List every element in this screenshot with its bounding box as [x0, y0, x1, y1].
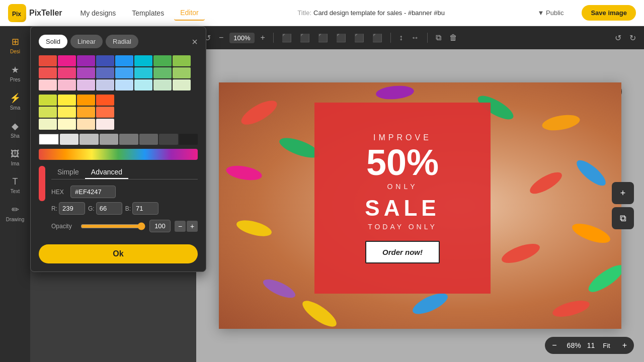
- swatch-o-mid[interactable]: [77, 107, 95, 118]
- swatch-green-light[interactable]: [153, 79, 172, 90]
- svg-point-16: [299, 297, 340, 329]
- g-input[interactable]: [96, 202, 122, 215]
- hex-input[interactable]: [70, 186, 116, 198]
- swatch-blue-light[interactable]: [115, 79, 133, 90]
- swatch-white[interactable]: [39, 134, 59, 145]
- zoom-out-button[interactable]: −: [217, 31, 225, 44]
- swatch-indigo-light[interactable]: [96, 79, 114, 90]
- swatch-blue-mid[interactable]: [115, 67, 133, 78]
- swatch-red-mid[interactable]: [39, 67, 57, 78]
- opacity-input[interactable]: [149, 220, 171, 232]
- swatch-blue[interactable]: [115, 55, 133, 66]
- ok-button[interactable]: Ok: [39, 244, 198, 263]
- swatch-warm-mid-row: [39, 107, 114, 118]
- add-page-button[interactable]: +: [612, 182, 634, 204]
- copy-button[interactable]: ⧉: [434, 31, 443, 44]
- advanced-tab[interactable]: Advanced: [85, 166, 128, 179]
- swatch-pink-mid[interactable]: [58, 67, 76, 78]
- swatch-lime-mid[interactable]: [173, 67, 191, 78]
- swatch-purple-light[interactable]: [77, 79, 95, 90]
- swatch-lime-light[interactable]: [173, 79, 191, 90]
- swatch-green[interactable]: [153, 55, 172, 66]
- radial-mode-button[interactable]: Radial: [106, 35, 138, 48]
- swatch-yg-mid[interactable]: [39, 107, 57, 118]
- swatch-row-2: [39, 67, 198, 78]
- align-middle-button[interactable]: ⬛: [352, 31, 366, 45]
- swatch-yellow-green[interactable]: [39, 95, 57, 106]
- sidebar-item-smart[interactable]: ⚡ Sma: [0, 88, 30, 115]
- swatch-gray-4[interactable]: [119, 134, 138, 145]
- editor-link[interactable]: Editor: [174, 6, 205, 21]
- templates-link[interactable]: Templates: [126, 6, 170, 20]
- redo-button[interactable]: ↻: [627, 31, 638, 45]
- align-center-button[interactable]: ⬛: [298, 31, 312, 45]
- swatch-yellow[interactable]: [58, 95, 76, 106]
- linear-mode-button[interactable]: Linear: [70, 35, 103, 48]
- swatch-pink[interactable]: [58, 55, 76, 66]
- swatch-black[interactable]: [179, 134, 198, 145]
- swatch-pink-light[interactable]: [58, 79, 76, 90]
- swatch-do-mid[interactable]: [96, 107, 114, 118]
- r-input[interactable]: [59, 202, 85, 215]
- my-designs-link[interactable]: My designs: [74, 6, 122, 20]
- sidebar-item-design[interactable]: ⊞ Desi: [0, 32, 30, 58]
- public-button[interactable]: ▼ Public: [538, 9, 564, 17]
- solid-mode-button[interactable]: Solid: [39, 35, 67, 48]
- copy-page-button[interactable]: ⧉: [612, 207, 634, 229]
- align-top-button[interactable]: ⬛: [334, 31, 348, 45]
- order-now-button[interactable]: Order now!: [365, 241, 440, 263]
- swatch-cyan-light[interactable]: [134, 79, 152, 90]
- swatch-deeporange[interactable]: [96, 95, 114, 106]
- swatch-green-mid[interactable]: [153, 67, 172, 78]
- sidebar-item-shape[interactable]: ◆ Sha: [0, 117, 30, 143]
- swatch-gray-2[interactable]: [79, 134, 99, 145]
- sidebar-item-text[interactable]: T Text: [0, 172, 30, 198]
- sidebar-item-drawing[interactable]: ✏ Drawing: [0, 200, 30, 226]
- b-channel: B:: [125, 202, 158, 215]
- swatch-orange[interactable]: [77, 95, 95, 106]
- swatch-gray-3[interactable]: [100, 134, 119, 145]
- swatch-o-light[interactable]: [77, 119, 95, 130]
- sidebar-item-preset[interactable]: ★ Pres: [0, 60, 30, 86]
- gradient-swatch[interactable]: [39, 149, 198, 160]
- swatch-cyan[interactable]: [134, 55, 152, 66]
- swatch-do-light[interactable]: [96, 119, 114, 130]
- right-tools: + ⧉: [612, 182, 634, 229]
- sidebar-item-image[interactable]: 🖼 Ima: [0, 145, 30, 170]
- save-image-button[interactable]: Save image: [582, 5, 636, 21]
- swatch-indigo[interactable]: [96, 55, 114, 66]
- flip-v-button[interactable]: ↔: [409, 31, 421, 44]
- opacity-minus-button[interactable]: −: [175, 221, 186, 232]
- toolbar-separator-2: [390, 33, 391, 43]
- undo2-button[interactable]: ↺: [613, 31, 623, 45]
- zoom-in-btn[interactable]: +: [615, 337, 634, 354]
- swatch-purple-mid[interactable]: [77, 67, 95, 78]
- swatch-red-light[interactable]: [39, 79, 57, 90]
- color-tabs: Simple Advanced: [51, 166, 198, 179]
- delete-button[interactable]: 🗑: [447, 31, 459, 44]
- b-input[interactable]: [132, 202, 158, 215]
- swatch-y-mid[interactable]: [58, 107, 76, 118]
- swatch-lime[interactable]: [173, 55, 191, 66]
- align-bottom-button[interactable]: ⬛: [370, 31, 384, 45]
- simple-tab[interactable]: Simple: [51, 166, 85, 179]
- swatch-y-light[interactable]: [58, 119, 76, 130]
- swatch-purple[interactable]: [77, 55, 95, 66]
- swatch-gray-1[interactable]: [60, 134, 79, 145]
- swatch-gray-6[interactable]: [159, 134, 178, 145]
- left-sidebar: ⊞ Desi ★ Pres ⚡ Sma ◆ Sha 🖼 Ima T Text ✏…: [0, 26, 30, 362]
- swatch-left-col: [39, 95, 114, 131]
- swatch-red[interactable]: [39, 55, 57, 66]
- opacity-slider[interactable]: [80, 222, 145, 230]
- swatch-indigo-mid[interactable]: [96, 67, 114, 78]
- zoom-in-button[interactable]: +: [259, 31, 267, 44]
- align-left-button[interactable]: ⬛: [280, 31, 294, 45]
- swatch-gray-5[interactable]: [139, 134, 158, 145]
- zoom-out-btn[interactable]: −: [545, 337, 564, 354]
- swatch-cyan-mid[interactable]: [134, 67, 152, 78]
- swatch-yg-light[interactable]: [39, 119, 57, 130]
- opacity-plus-button[interactable]: +: [187, 221, 198, 232]
- close-button[interactable]: ×: [192, 37, 198, 47]
- flip-h-button[interactable]: ↕: [397, 31, 405, 44]
- align-right-button[interactable]: ⬛: [316, 31, 330, 45]
